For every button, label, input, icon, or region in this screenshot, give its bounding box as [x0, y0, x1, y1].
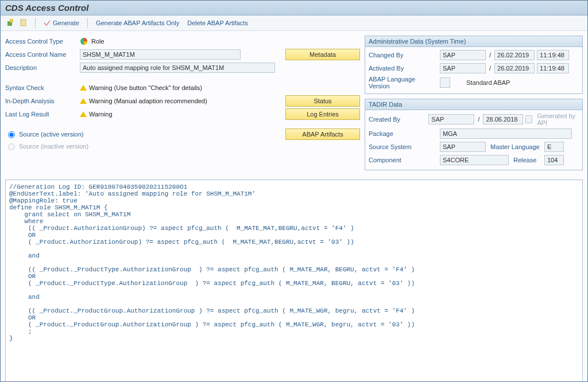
source-active-radio[interactable]: [8, 131, 15, 138]
created-by-input[interactable]: [428, 114, 474, 124]
toolbar-separator: [87, 18, 88, 28]
tadir-data-header: TADIR Data: [365, 99, 582, 110]
abap-artifacts-button[interactable]: ABAP Artifacts: [285, 128, 360, 140]
source-system-input[interactable]: [440, 142, 486, 152]
package-input[interactable]: [440, 128, 572, 139]
changed-on-time-input[interactable]: [537, 50, 569, 60]
svg-rect-1: [10, 19, 13, 22]
status-button[interactable]: Status: [285, 95, 360, 107]
source-inactive-label: Source (inactive version): [19, 143, 88, 150]
separator: /: [488, 65, 492, 72]
generate-button[interactable]: Generate: [41, 18, 82, 28]
created-on-date-input[interactable]: [483, 114, 523, 124]
generate-abap-only-button[interactable]: Generate ABAP Artifacts Only: [94, 18, 181, 28]
access-control-type-value: Role: [91, 38, 105, 45]
metadata-button[interactable]: Metadata: [285, 49, 360, 60]
in-depth-label: In-Depth Analysis: [5, 98, 80, 104]
abap-lang-value: Standard ABAP: [464, 79, 510, 86]
component-label: Component: [369, 157, 438, 163]
package-label: Package: [369, 130, 438, 137]
description-label: Description: [5, 64, 80, 71]
access-control-type-label: Access Control Type: [5, 38, 80, 45]
source-system-label: Source System: [369, 143, 438, 150]
warning-icon: [80, 85, 87, 91]
release-input[interactable]: [544, 155, 564, 165]
abap-lang-code-input[interactable]: [440, 77, 450, 88]
toolbar: Generate Generate ABAP Artifacts Only De…: [1, 15, 587, 31]
copy-icon[interactable]: [19, 18, 29, 28]
generated-by-api-label: Generated by API: [537, 112, 579, 126]
activated-on-date-input[interactable]: [494, 63, 535, 73]
syntax-check-value: Warning (Use button "Check" for details): [89, 84, 202, 91]
window-title: CDS Access Control: [1, 1, 587, 15]
separator: /: [477, 116, 481, 123]
activated-by-label: Activated By: [369, 65, 438, 72]
log-entries-button[interactable]: Log Entries: [285, 108, 360, 120]
master-language-label: Master Language: [488, 143, 542, 150]
delete-abap-button[interactable]: Delete ABAP Artifacts: [185, 18, 250, 28]
source-inactive-radio: [8, 143, 15, 150]
changed-by-input[interactable]: [440, 50, 486, 60]
access-control-name-input[interactable]: [80, 49, 241, 60]
separator: /: [488, 52, 492, 59]
admin-data-panel: Administrative Data (System Time) Change…: [365, 36, 583, 94]
last-log-value: Warning: [89, 111, 113, 118]
release-label: Release: [511, 157, 542, 163]
warning-icon: [80, 111, 87, 117]
role-pie-icon: [80, 37, 88, 45]
create-icon[interactable]: [5, 18, 16, 28]
component-input[interactable]: [440, 155, 509, 165]
source-active-label: Source (active version): [19, 131, 84, 138]
access-control-name-label: Access Control Name: [5, 51, 80, 58]
source-code-editor[interactable]: //Generation Log ID: GER9180704035902021…: [5, 180, 583, 382]
svg-rect-2: [21, 20, 26, 26]
syntax-check-label: Syntax Check: [5, 84, 80, 91]
abap-lang-label: ABAP Language Version: [369, 76, 438, 89]
activated-by-input[interactable]: [440, 63, 486, 73]
warning-icon: [80, 98, 87, 104]
in-depth-value: Warning (Manual adaption recommended): [89, 98, 207, 104]
activated-on-time-input[interactable]: [537, 63, 569, 73]
changed-by-label: Changed By: [369, 52, 438, 59]
generated-by-api-checkbox[interactable]: [525, 115, 532, 123]
created-by-label: Created By: [369, 116, 426, 123]
admin-data-header: Administrative Data (System Time): [365, 36, 582, 47]
description-input[interactable]: [80, 63, 275, 73]
generate-label: Generate: [53, 20, 79, 26]
last-log-label: Last Log Result: [5, 111, 80, 118]
master-language-input[interactable]: [544, 142, 564, 152]
tadir-data-panel: TADIR Data Created By / Generated by API…: [365, 99, 583, 170]
changed-on-date-input[interactable]: [494, 50, 535, 60]
toolbar-separator: [35, 18, 36, 28]
